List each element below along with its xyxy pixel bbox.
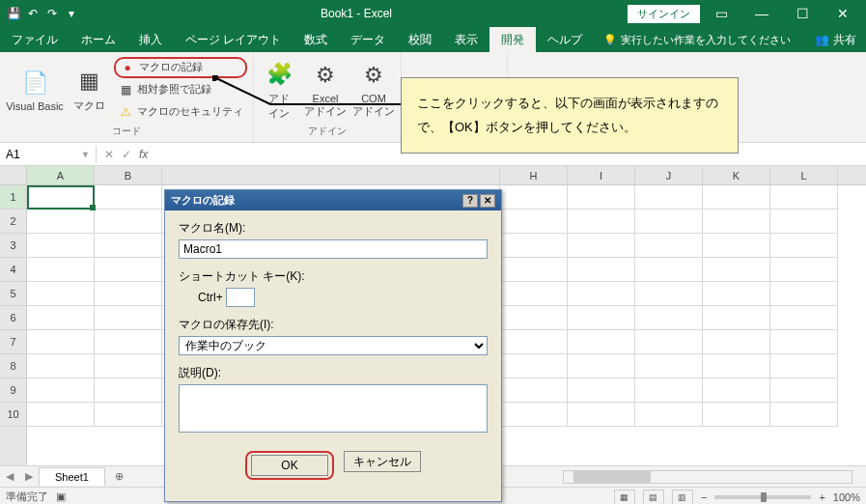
cancel-button[interactable]: キャンセル — [344, 451, 421, 472]
description-label: 説明(D): — [179, 365, 488, 381]
save-icon[interactable]: 💾 — [6, 6, 21, 21]
ctrl-prefix: Ctrl+ — [198, 291, 223, 304]
row-header[interactable]: 5 — [0, 282, 26, 306]
macros-icon: ▦ — [73, 66, 104, 97]
store-in-select[interactable]: 作業中のブック — [179, 336, 488, 355]
row-header[interactable]: 9 — [0, 378, 26, 403]
row-header[interactable]: 10 — [0, 403, 26, 427]
description-input[interactable] — [179, 384, 488, 433]
close-button[interactable]: ✕ — [824, 0, 862, 27]
tab-data[interactable]: データ — [339, 27, 397, 52]
fx-icon[interactable]: fx — [139, 148, 148, 161]
zoom-out-button[interactable]: − — [701, 491, 707, 503]
name-box-dropdown-icon[interactable]: ▼ — [81, 150, 90, 159]
signin-button[interactable]: サインイン — [628, 5, 700, 23]
col-header[interactable]: J — [635, 166, 703, 184]
pagebreak-view-button[interactable]: ▥ — [672, 490, 693, 505]
tab-formulas[interactable]: 数式 — [293, 27, 339, 52]
row-header[interactable]: 1 — [0, 185, 26, 210]
tab-file[interactable]: ファイル — [0, 27, 70, 52]
row-header[interactable]: 2 — [0, 210, 26, 234]
row-header[interactable]: 8 — [0, 354, 26, 378]
row-header[interactable]: 6 — [0, 306, 26, 330]
col-header[interactable]: H — [500, 166, 568, 184]
share-icon: 👥 — [815, 33, 829, 46]
row-header[interactable]: 4 — [0, 258, 26, 282]
tell-me-label: 実行したい作業を入力してください — [621, 33, 791, 47]
enter-fx-icon: ✓ — [122, 148, 131, 161]
quick-access-toolbar: 💾 ↶ ↷ ▾ — [0, 6, 85, 21]
ribbon-tabs: ファイル ホーム 挿入 ページ レイアウト 数式 データ 校閲 表示 開発 ヘル… — [0, 27, 866, 52]
relative-ref-label: 相対参照で記録 — [137, 82, 211, 97]
ok-button[interactable]: OK — [251, 455, 328, 476]
dialog-help-button[interactable]: ? — [462, 194, 478, 208]
visual-basic-button[interactable]: 📄 Visual Basic — [6, 56, 64, 123]
callout-connector — [212, 75, 405, 114]
column-headers: A B H I J K L — [27, 166, 866, 185]
tab-view[interactable]: 表示 — [443, 27, 489, 52]
col-header[interactable]: K — [703, 166, 770, 184]
col-header[interactable]: A — [27, 166, 95, 184]
row-header[interactable]: 7 — [0, 330, 26, 354]
col-header[interactable]: B — [95, 166, 162, 184]
title-bar: 💾 ↶ ↷ ▾ Book1 - Excel サインイン ▭ — ☐ ✕ — [0, 0, 866, 27]
tab-developer[interactable]: 開発 — [489, 27, 536, 52]
vb-label: Visual Basic — [6, 100, 64, 112]
macro-name-label: マクロ名(M): — [179, 220, 488, 237]
zoom-in-button[interactable]: + — [819, 491, 824, 503]
sheet-nav-prev-icon[interactable]: ◀ — [0, 470, 19, 483]
macro-record-status-icon[interactable]: ▣ — [56, 490, 66, 503]
macros-label: マクロ — [73, 98, 105, 113]
maximize-button[interactable]: ☐ — [783, 0, 822, 27]
zoom-slider[interactable] — [714, 495, 811, 499]
tab-home[interactable]: ホーム — [70, 27, 127, 52]
new-sheet-button[interactable]: ⊕ — [105, 470, 133, 483]
row-headers: 1 2 3 4 5 6 7 8 9 10 — [0, 166, 27, 465]
annotation-callout: ここをクリックすると、以下の画面が表示されますので、【OK】ボタンを押してくださ… — [401, 77, 739, 154]
qat-dropdown-icon[interactable]: ▾ — [64, 6, 79, 21]
col-header[interactable]: I — [568, 166, 635, 184]
dialog-title: マクロの記録 — [171, 193, 235, 208]
tab-help[interactable]: ヘルプ — [536, 27, 594, 52]
tab-pagelayout[interactable]: ページ レイアウト — [174, 27, 293, 52]
ribbon-options-icon[interactable]: ▭ — [702, 0, 740, 27]
tab-review[interactable]: 校閲 — [397, 27, 443, 52]
col-header-hidden — [162, 166, 500, 184]
lightbulb-icon: 💡 — [603, 34, 617, 46]
sheet-nav-next-icon[interactable]: ▶ — [19, 470, 39, 483]
select-all-corner[interactable] — [0, 166, 26, 185]
window-title: Book1 - Excel — [85, 7, 628, 20]
redo-icon[interactable]: ↷ — [44, 6, 60, 21]
dialog-titlebar[interactable]: マクロの記録 ? ✕ — [165, 190, 501, 210]
code-group-label: コード — [6, 123, 247, 138]
dialog-close-button[interactable]: ✕ — [480, 194, 495, 208]
record-icon: ● — [120, 60, 135, 75]
col-header[interactable]: L — [770, 166, 838, 184]
shortcut-key-input[interactable] — [226, 288, 255, 307]
sheet-tab[interactable]: Sheet1 — [39, 467, 105, 486]
macros-button[interactable]: ▦ マクロ — [70, 56, 108, 123]
name-box[interactable]: A1 ▼ — [0, 146, 97, 163]
share-button[interactable]: 👥 共有 — [805, 27, 866, 52]
normal-view-button[interactable]: ▦ — [614, 490, 635, 505]
macro-name-input[interactable] — [179, 239, 488, 259]
pagelayout-view-button[interactable]: ▤ — [643, 490, 664, 505]
svg-point-0 — [212, 75, 217, 80]
zoom-level[interactable]: 100% — [833, 491, 860, 503]
ok-highlight: OK — [245, 451, 334, 480]
tab-insert[interactable]: 挿入 — [127, 27, 174, 52]
vb-icon: 📄 — [19, 68, 50, 98]
record-macro-label: マクロの記録 — [139, 60, 203, 74]
shortcut-key-label: ショートカット キー(K): — [179, 268, 488, 285]
cancel-fx-icon: ✕ — [104, 148, 114, 161]
store-in-label: マクロの保存先(I): — [179, 317, 488, 333]
status-ready: 準備完了 — [6, 490, 48, 504]
minimize-button[interactable]: — — [742, 0, 781, 27]
horizontal-scrollbar[interactable] — [563, 470, 852, 484]
undo-icon[interactable]: ↶ — [25, 6, 41, 21]
name-box-value: A1 — [6, 148, 20, 161]
row-header[interactable]: 3 — [0, 234, 26, 258]
relative-icon: ▦ — [118, 82, 133, 98]
tell-me[interactable]: 💡 実行したい作業を入力してください — [594, 27, 800, 52]
share-label: 共有 — [833, 32, 856, 48]
